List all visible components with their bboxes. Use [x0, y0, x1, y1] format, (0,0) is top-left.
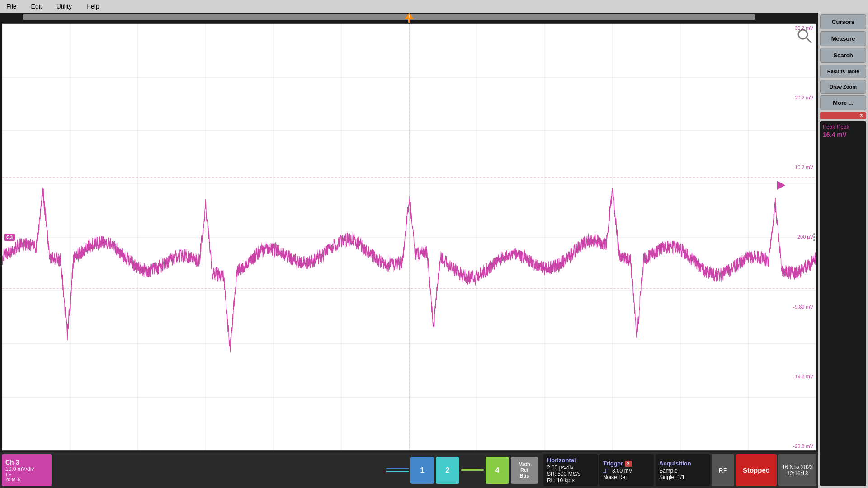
peak-peak-label: Peak-Peak	[823, 124, 863, 130]
trigger-level-arrow	[777, 181, 785, 192]
menu-file[interactable]: File	[4, 2, 19, 11]
ch2-indicator	[386, 471, 409, 472]
ch3-title: Ch 3	[5, 459, 48, 466]
results-table-button[interactable]: Results Table	[820, 65, 866, 78]
date-label: 16 Nov 2023	[782, 464, 813, 470]
trigger-title-row: Trigger 3	[603, 460, 650, 468]
time-label: 12:16:13	[787, 470, 808, 477]
trigger-badge: 3	[625, 461, 632, 467]
scope-dots-menu[interactable]	[813, 233, 815, 241]
stopped-button[interactable]: Stopped	[736, 454, 777, 486]
channel-buttons-group: 1 2 4 Math Ref Bus	[386, 454, 538, 486]
svg-text:T: T	[408, 14, 410, 19]
ch4-indicator	[461, 469, 484, 471]
horizontal-info[interactable]: Horizontal 2.00 µs/div SR: 500 MS/s RL: …	[543, 454, 598, 486]
scope-canvas-container: 30.2 mV 20.2 mV 10.2 mV 200 µV -9.80 mV …	[2, 23, 816, 451]
measure-button[interactable]: Measure	[820, 31, 866, 46]
scope-area: T 30.2 mV 20.2 mV 10.2 mV 200 µV -9.80 m…	[0, 13, 818, 488]
ch-color-indicators	[386, 468, 409, 472]
svg-line-4	[806, 38, 811, 42]
trigger-arrow-top: T	[405, 13, 414, 24]
menu-help[interactable]: Help	[84, 2, 102, 11]
svg-marker-5	[777, 181, 785, 190]
math-ref-bus-button[interactable]: Math Ref Bus	[511, 457, 538, 484]
trigger-title: Trigger	[603, 460, 623, 467]
bottom-spacer	[53, 454, 381, 486]
menu-edit[interactable]: Edit	[28, 2, 45, 11]
trigger-header: T	[0, 13, 818, 23]
trigger-val1: 8.00 mV	[612, 468, 632, 474]
more-button[interactable]: More ...	[820, 95, 866, 110]
trigger-info[interactable]: Trigger 3 8.00 mV Noise Rej	[599, 454, 654, 486]
menu-utility[interactable]: Utility	[54, 2, 75, 11]
right-panel: Cursors Measure Search Results Table Dra…	[818, 13, 868, 488]
horizontal-val3: RL: 10 kpts	[547, 477, 594, 483]
meas-badge: 3	[820, 112, 866, 119]
horizontal-val1: 2.00 µs/div	[547, 465, 594, 471]
horizontal-title: Horizontal	[547, 457, 594, 464]
trigger-val2: Noise Rej	[603, 474, 650, 480]
ch3-scope-label: C3	[4, 234, 15, 241]
ch1-indicator	[386, 468, 409, 469]
acquisition-title: Acquisition	[659, 460, 706, 467]
center-vertical-line	[409, 24, 410, 450]
peak-peak-val: 16.4 mV	[823, 131, 863, 138]
menu-bar: File Edit Utility Help	[0, 0, 868, 13]
bottom-bar: Ch 3 10.0 mV/div ⌇ ⌐ 20 MHz 1 2 4	[0, 452, 818, 488]
acquisition-val1: Sample	[659, 468, 706, 474]
scope-search-icon	[796, 28, 812, 46]
main-content: T 30.2 mV 20.2 mV 10.2 mV 200 µV -9.80 m…	[0, 13, 868, 488]
horizontal-val2: SR: 500 MS/s	[547, 471, 594, 477]
ch3-info-box[interactable]: Ch 3 10.0 mV/div ⌇ ⌐ 20 MHz	[2, 454, 52, 486]
meas-box: Peak-Peak 16.4 mV	[820, 121, 866, 486]
timeline-bar	[23, 14, 755, 20]
search-button[interactable]: Search	[820, 48, 866, 63]
trigger-slope-icon	[603, 468, 610, 474]
acquisition-val2: Single: 1/1	[659, 474, 706, 480]
ch1-button[interactable]: 1	[410, 457, 434, 484]
rf-button[interactable]: RF	[712, 454, 734, 486]
trigger-icon-row: 8.00 mV	[603, 468, 650, 474]
cursors-button[interactable]: Cursors	[820, 14, 866, 29]
ch3-bw: 20 MHz	[5, 477, 48, 482]
acquisition-info[interactable]: Acquisition Sample Single: 1/1	[656, 454, 710, 486]
svg-rect-1	[408, 19, 410, 23]
ch4-button[interactable]: 4	[486, 457, 509, 484]
datetime-box: 16 Nov 2023 12:16:13	[778, 454, 816, 486]
draw-zoom-button[interactable]: Draw Zoom	[820, 80, 866, 94]
ch2-button[interactable]: 2	[436, 457, 459, 484]
ch3-icons: ⌇ ⌐	[5, 472, 48, 477]
ch3-badge: C3	[4, 234, 15, 241]
ch4-color-indicator	[461, 469, 484, 471]
ch3-scale: 10.0 mV/div	[5, 466, 48, 472]
